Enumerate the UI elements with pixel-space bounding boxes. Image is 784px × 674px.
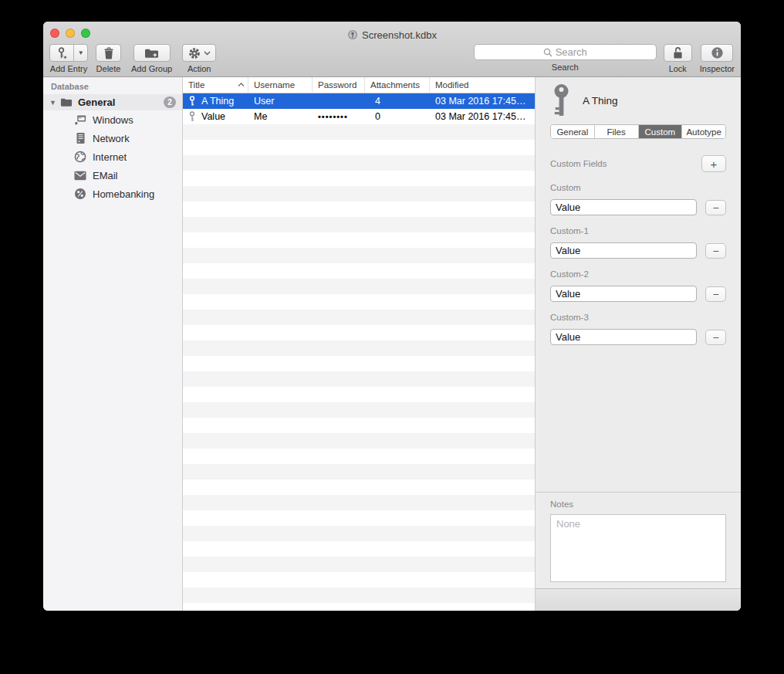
key-icon [188, 96, 197, 107]
search-input[interactable]: Search [474, 44, 657, 60]
toolbar-buttons-row: ▼ Add Entry Delete Add Group [43, 40, 741, 73]
add-entry-button[interactable]: ▼ [49, 44, 88, 62]
field-value-input[interactable] [550, 242, 697, 259]
cell-modified: 03 Mar 2016 17:45… [430, 96, 535, 107]
add-group-button[interactable] [133, 44, 171, 62]
sidebar-item-homebanking[interactable]: Homebanking [43, 185, 182, 203]
table-row[interactable]: Value Me •••••••• 0 03 Mar 2016 17:45… [183, 109, 535, 124]
cell-modified: 03 Mar 2016 17:45… [430, 111, 535, 122]
action-label: Action [188, 64, 211, 73]
minus-icon: − [712, 289, 718, 300]
column-header-password[interactable]: Password [313, 77, 365, 93]
close-window-button[interactable] [50, 29, 59, 38]
sidebar-item-label: General [78, 97, 115, 108]
column-header-attachments[interactable]: Attachments [365, 77, 430, 93]
lock-tool: Lock [664, 44, 692, 73]
custom-fields-label: Custom Fields [550, 159, 607, 168]
plus-icon: + [711, 158, 718, 170]
cell-password: •••••••• [313, 112, 365, 121]
add-entry-label: Add Entry [50, 64, 87, 73]
action-tool: Action [182, 44, 216, 73]
remove-field-button[interactable]: − [705, 200, 726, 215]
sidebar: Database ▼ General 2 Windows Network [43, 77, 183, 611]
zoom-window-button[interactable] [81, 29, 90, 38]
add-entry-dropdown-arrow[interactable]: ▼ [74, 45, 87, 61]
search-placeholder: Search [556, 46, 587, 58]
minus-icon: − [712, 202, 718, 213]
remove-field-button[interactable]: − [705, 286, 726, 302]
empty-rows-stripes [183, 124, 535, 611]
add-group-tool: Add Group [131, 44, 172, 73]
sidebar-item-internet[interactable]: Internet [43, 147, 182, 166]
column-header-modified[interactable]: Modified [430, 77, 535, 93]
inspector-button[interactable] [701, 44, 733, 62]
sidebar-item-general[interactable]: ▼ General 2 [43, 94, 182, 110]
traffic-lights [50, 29, 90, 38]
minus-icon: − [712, 246, 718, 256]
cell-username: Me [248, 111, 313, 122]
sidebar-item-windows[interactable]: Windows [43, 110, 182, 129]
cell-title: Value [201, 111, 225, 122]
action-button[interactable] [182, 44, 216, 62]
notes-label: Notes [550, 500, 726, 509]
key-icon [550, 83, 573, 118]
delete-button[interactable] [96, 44, 121, 62]
lock-button[interactable] [664, 44, 692, 62]
folder-icon [60, 97, 73, 109]
key-icon [188, 111, 197, 122]
window-title: Screenshot.kdbx [362, 29, 437, 41]
custom-field-group: Custom-1 − [550, 226, 726, 259]
disclosure-triangle-icon[interactable]: ▼ [49, 99, 60, 107]
sidebar-item-label: Windows [93, 114, 133, 126]
tab-general[interactable]: General [551, 125, 595, 138]
app-window: Screenshot.kdbx ▼ Add Entry [43, 22, 741, 611]
field-label: Custom-1 [550, 226, 726, 235]
sidebar-item-network[interactable]: Network [43, 129, 182, 147]
remove-field-button[interactable]: − [705, 243, 726, 259]
sidebar-section-header: Database [43, 80, 182, 94]
minimize-window-button[interactable] [66, 29, 75, 38]
document-proxy-icon [347, 29, 358, 40]
window-title-area: Screenshot.kdbx [347, 22, 437, 41]
windows-icon [74, 113, 86, 126]
cell-attachments: 0 [365, 111, 430, 122]
column-header-username[interactable]: Username [248, 77, 313, 93]
remove-field-button[interactable]: − [705, 330, 726, 345]
notes-textarea[interactable] [550, 514, 726, 582]
globe-icon [74, 151, 86, 163]
table-row[interactable]: A Thing User 4 03 Mar 2016 17:45… [183, 93, 535, 109]
inspector-content: A Thing General Files Custom Autotype Cu… [536, 77, 741, 492]
add-entry-tool: ▼ Add Entry [49, 44, 88, 73]
cell-attachments: 4 [365, 96, 430, 107]
field-value-input[interactable] [550, 199, 697, 215]
inspector-label: Inspector [700, 64, 735, 73]
add-custom-field-button[interactable]: + [701, 155, 726, 172]
sidebar-item-email[interactable]: EMail [43, 166, 182, 185]
inspector-tabs: General Files Custom Autotype [550, 124, 726, 139]
tab-autotype[interactable]: Autotype [682, 125, 725, 138]
cell-title: A Thing [201, 96, 234, 107]
column-header-title[interactable]: Title [183, 77, 248, 93]
delete-tool: Delete [96, 44, 121, 73]
custom-field-group: Custom-3 − [550, 313, 726, 345]
tab-custom[interactable]: Custom [639, 125, 683, 138]
entry-title: A Thing [583, 95, 618, 107]
search-tool: Search Search [474, 44, 657, 72]
lock-label: Lock [669, 64, 687, 73]
field-value-input[interactable] [550, 286, 697, 302]
field-label: Custom-3 [550, 313, 726, 322]
delete-label: Delete [96, 64, 121, 73]
inspector-footer-bar [536, 588, 741, 611]
sidebar-item-label: Network [93, 133, 130, 144]
sidebar-item-label: EMail [93, 170, 118, 181]
tab-files[interactable]: Files [595, 125, 639, 138]
search-label: Search [552, 63, 579, 72]
inspector-panel: A Thing General Files Custom Autotype Cu… [536, 77, 741, 611]
custom-fields-header: Custom Fields + [550, 155, 726, 172]
sidebar-item-label: Internet [93, 151, 127, 163]
field-value-input[interactable] [550, 329, 697, 345]
sidebar-item-label: Homebanking [93, 188, 154, 200]
spacer [550, 345, 726, 492]
entry-table: Title Username Password Attachments Modi… [183, 77, 536, 611]
key-plus-icon[interactable] [50, 45, 74, 61]
